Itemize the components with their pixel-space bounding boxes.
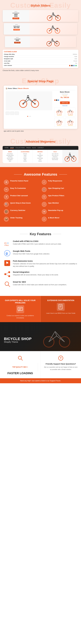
related-item-4: Rs. 290.00 ★★★★★ [65,118,75,127]
svg-rect-108 [18,307,23,310]
related-bike-4 [67,118,74,123]
kf-seo-desc: Coded with SEO in mind make your website… [13,284,67,286]
dot-2[interactable] [29,116,29,117]
svg-text:?: ? [60,356,62,360]
choose-text: Choose the fonts, colors slider control … [3,69,78,72]
nav-contact[interactable]: CONTACT [37,147,44,149]
feature-order: 📦 Order Tracking [4,217,39,222]
thumb-1[interactable] [6,112,10,115]
docs-file-icon [57,303,65,311]
slider-settings-panel: CUSTOMIZE SLIDER Change slide delay 5000… [3,50,78,68]
swatch-orange[interactable] [54,100,56,101]
related-item-2: Rs. 480.00 ★★★★★ [65,108,75,117]
feature-wishlist: ♡ Ajax Wishlist [42,202,77,207]
feature-more: ☺ & Much More! [42,217,77,222]
experts-title: OUR EXPERTS WILL solve your problems [3,299,38,304]
newsletter-title: Newsletter Pop-up [48,209,63,211]
support-chat-icon: ? [43,356,79,362]
nav-blog[interactable]: BLOG [32,147,36,149]
currency-icon: 💱 [4,209,9,214]
experts-desc: Contact our experts & solve your problem… [3,314,38,319]
slide-3: BIKES LOVE EVERY RIDE SHOP NOW [5,36,76,48]
svg-line-127 [21,359,22,360]
nav-home[interactable]: HOME [4,147,8,149]
kf-icons-desc: Fantastic collection of icons from font … [13,262,77,268]
key-features-heading: Key Features [4,232,77,236]
related-bike-1 [56,108,63,113]
dot-1[interactable] [27,116,28,117]
kf-html5: { } 3 HTML5 Coded with HTML5 & CSS3 Code… [4,240,77,247]
megamenu-col-sale: SALE Up to 20% off Up to 40% off Clearan… [48,150,63,163]
kf-icons-title: Font-Awesome Icons [13,260,77,262]
product-thumbnails [6,112,52,115]
slider-screenshots: BIKES EXPERIENCE NEWRIDE SHOP NOW [3,10,78,48]
shop-right: Master Wheeler Road Bicycle ★★★★★ Rs. 54… [54,91,75,127]
feature-currency: 💱 Currency Switcher [4,209,39,214]
megamenu-image [63,150,78,163]
slide-1-bike [29,10,78,22]
kf-html5-title: Coded with HTML5 & CSS3 [13,240,62,242]
product-nav-dots [6,116,52,117]
settings-row-5: Auto Play Yes [4,62,77,64]
more-icon: ☺ [42,217,47,222]
related-products-grid: Rs. 320.00 ★★★★★ [54,108,75,127]
footer-text: Need any help? Just submit a ticket to o… [3,380,78,382]
related-item-1: Rs. 320.00 ★★★★★ [54,108,64,117]
slide-3-bike [30,36,76,48]
hero-bg-bikes [42,325,78,348]
quick-view-link[interactable]: Quick View [54,105,75,106]
experts-panel: OUR EXPERTS WILL solve your problems Con… [0,296,41,322]
color-dot-black [71,65,73,66]
kf-fonts-desc: Choose from 500+ fonts from google fonts… [13,253,50,255]
nav-collections[interactable]: COLLECTIONS [15,147,25,149]
color-dot-blue [73,65,75,66]
megamenu-bar: HOME SHOP COLLECTIONS PAGES BLOG CONTACT [3,146,78,150]
section-awesome-features: Awesome Features ⚙ Powerful Admin Panel … [0,167,81,227]
sliders-subtitle: Stylish Sliders [3,4,78,8]
admin-panel-title: Powerful Admin Panel [10,180,28,182]
feature-carousel: ✦ Product Owl carousel [4,194,39,199]
kf-icons-text: Font-Awesome Icons Fantastic collection … [13,260,77,268]
settings-title: CUSTOMIZE SLIDER [4,51,77,52]
shop-subtitle: Special Shop Page [3,80,78,83]
filters-icon: ▽ [42,194,47,199]
kf-html5-desc: Coded with HTML5 and CSS 2 your website … [13,243,62,245]
docs-desc: Learn how to use BIKE2 from our User Gui… [43,312,79,314]
newsletter-icon: ✉ [42,209,47,214]
order-icon: 📦 [4,217,9,222]
shop-content: Master Wheeler Road Bicycle ★★★★★ Rs. 54… [6,91,75,127]
thumb-2[interactable] [10,112,14,115]
nav-shop[interactable]: SHOP [10,147,14,149]
settings-row-1: Change slide delay 5000ms [4,53,77,56]
svg-text:g: g [6,251,8,255]
megamenu-subtitle: Advanced Megamenu [3,140,78,143]
kf-social-desc: Integrated with all social elements. Sha… [13,274,58,276]
megamenu-bike-svg [64,151,77,162]
megamenu-dropdown: BIKES Road Bikes Mountain Bikes City Bik… [3,150,78,163]
currency-title: Currency Switcher [10,209,25,211]
swatch-black[interactable] [56,100,57,101]
ajax-cart-title: Ajax Shopping Cart [48,187,64,189]
seo-faster-loading: FASTER LOADING [3,372,38,375]
hero-title: BICYCLE SHOP [4,337,32,341]
swatch-blue[interactable] [58,100,59,101]
feature-filters: ▽ Ajax Product Filters [42,194,77,199]
kf-social-title: Social Integration [13,271,58,273]
font-awesome-icon: ⚑ [4,260,10,266]
megamenu-col-bikes: BIKES Road Bikes Mountain Bikes City Bik… [3,150,18,163]
settings-row-3: Navigation style Dots [4,58,77,60]
google-fonts-icon: g [4,250,10,256]
nav-pages[interactable]: PAGES [26,147,31,149]
dot-3[interactable] [30,116,31,117]
svg-point-101 [4,273,6,275]
filters-title: Ajax Product Filters [48,194,64,196]
swatch-white[interactable] [59,100,61,101]
thumb-3[interactable] [15,112,19,115]
section-seo-support: Top Quality SEO + FASTER LOADING ? Frien… [0,351,81,378]
quickshop-title: Quick Shop & Deal Zoom [10,202,31,204]
more-title: & Much More! [48,217,59,219]
svg-line-105 [6,274,8,276]
color-dot-green [75,65,77,66]
add-cart-button[interactable]: Add to Cart [60,102,70,104]
section-key-features: Key Features { } 3 HTML5 Coded with HTML… [0,227,81,296]
